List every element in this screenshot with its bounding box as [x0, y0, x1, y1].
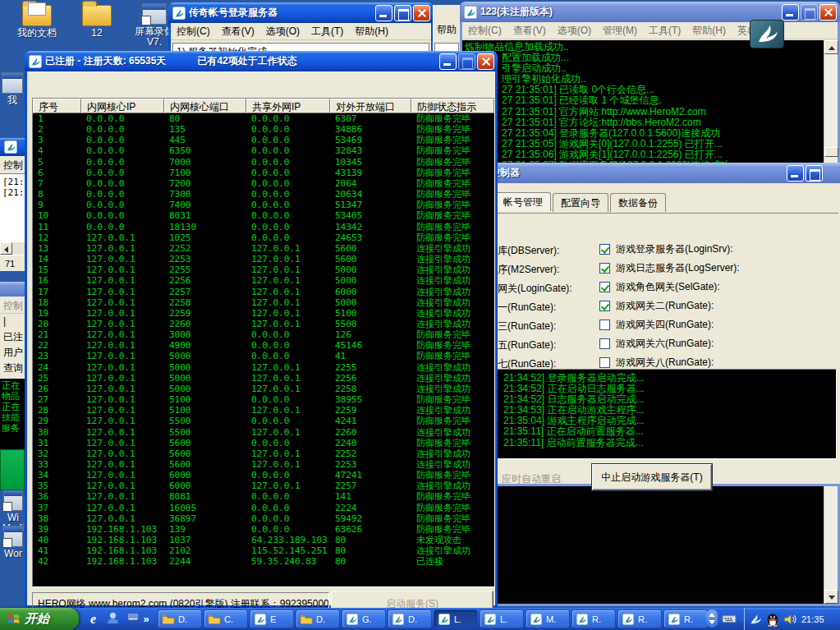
fragment-b-green-button[interactable] [0, 449, 25, 490]
desktop-icon-folder-12[interactable]: 12 [76, 5, 118, 39]
table-row[interactable]: 12127.0.0.110250.0.0.024653防御服务完毕 [33, 232, 494, 243]
table-row[interactable]: 22127.0.0.149000.0.0.045146防御服务完毕 [33, 340, 494, 351]
column-header[interactable]: 对外开放端口 [330, 99, 411, 113]
fragment-a-menubar[interactable]: 控制 [0, 156, 25, 173]
help-menu-item[interactable]: 帮助 [434, 5, 460, 37]
fragment-a-hscrollbar[interactable] [0, 242, 25, 255]
table-row[interactable]: 17127.0.0.12257127.0.0.16000连接引擎成功 [33, 287, 494, 297]
taskbar-button[interactable]: C. [204, 609, 248, 628]
menu-item[interactable]: 查看(V) [216, 23, 260, 40]
table-row[interactable]: 20127.0.0.12260127.0.0.15500连接引擎成功 [33, 319, 494, 329]
table-row[interactable]: 30127.0.0.15500127.0.0.12260连接引擎成功 [33, 427, 494, 438]
table-row[interactable]: 27127.0.0.151000.0.0.038955防御服务完毕 [33, 394, 494, 405]
taskbar-button[interactable]: R. [617, 609, 662, 628]
desktop-icon-my-computer-partial[interactable]: 我 [0, 72, 25, 106]
menu-item[interactable]: 选项(O) [552, 22, 597, 39]
fragment-a-titlebar[interactable] [0, 138, 25, 156]
menu-item[interactable]: 查询 [0, 361, 25, 376]
table-row[interactable]: 80.0.0.073000.0.0.020634防御服务完毕 [33, 189, 494, 200]
taskbar-button[interactable]: L. [434, 609, 478, 628]
column-header[interactable]: 内网核心端口 [164, 99, 246, 113]
taskbar-button[interactable]: M. [526, 609, 570, 628]
menu-item[interactable]: 帮助(H) [686, 22, 732, 39]
taskbar-button[interactable]: E [250, 609, 294, 628]
taskbar-button[interactable]: L. [480, 609, 524, 628]
swan-tray-icon[interactable] [748, 612, 763, 627]
close-button[interactable] [477, 53, 494, 70]
table-row[interactable]: 60.0.0.071000.0.0.043139防御服务完毕 [33, 168, 494, 178]
taskbar-button[interactable]: R. [571, 609, 616, 628]
menu-item[interactable]: 用户 [0, 345, 25, 361]
minimize-button[interactable] [375, 5, 392, 21]
menu-item[interactable]: 工具(T) [643, 22, 686, 39]
table-row[interactable]: 33127.0.0.15600127.0.0.12253连接引擎成功 [33, 459, 494, 470]
show-desktop-icon[interactable] [125, 611, 140, 627]
service-checkbox[interactable] [599, 263, 610, 274]
menu-item[interactable]: 管理(M) [597, 22, 643, 39]
close-button[interactable] [819, 4, 837, 21]
table-row[interactable]: 20.0.0.01350.0.0.034886防御服务完毕 [33, 124, 494, 135]
table-row[interactable]: 13127.0.0.12252127.0.0.15600连接引擎成功 [33, 243, 494, 254]
table-row[interactable]: 37127.0.0.1160050.0.0.02224防御服务完毕 [33, 503, 494, 513]
column-header[interactable]: 内网核心IP [81, 99, 164, 113]
table-row[interactable]: 110.0.0.0181300.0.0.014342防御服务完毕 [33, 222, 494, 232]
table-row[interactable]: 36127.0.0.180810.0.0.0141防御服务完毕 [33, 491, 494, 502]
minimize-button[interactable] [782, 4, 799, 21]
scrollbar-thumb[interactable] [824, 147, 838, 157]
maximize-button[interactable] [458, 53, 475, 70]
qq-tray-icon[interactable] [765, 612, 780, 627]
table-row[interactable]: 70.0.0.072000.0.0.02064防御服务完毕 [33, 178, 494, 189]
menu-item[interactable]: 工具(T) [305, 23, 349, 40]
keyboard-tray-icon[interactable] [721, 611, 737, 627]
scroll-down-button[interactable] [824, 590, 838, 604]
tab-3[interactable]: 数据备份 [610, 193, 666, 212]
menu-item[interactable]: 控制(C) [462, 22, 507, 39]
minimize-button[interactable] [787, 165, 804, 182]
fragment-b-menubar[interactable]: 控制 [0, 297, 25, 313]
table-row[interactable]: 90.0.0.074000.0.0.051347防御服务完毕 [33, 200, 494, 210]
table-row[interactable]: 30.0.0.04450.0.0.053469防御服务完毕 [33, 135, 494, 145]
taskbar-button[interactable]: D. [388, 609, 432, 628]
table-row[interactable]: 26127.0.0.15000127.0.0.12258连接引擎成功 [33, 384, 494, 394]
table-row[interactable]: 50.0.0.070000.0.0.010345防御服务完毕 [33, 157, 494, 168]
taskbar-button[interactable]: D. [158, 609, 202, 628]
table-row[interactable]: 21127.0.0.130000.0.0.0126防御服务完毕 [33, 329, 494, 340]
table-row[interactable]: 19127.0.0.12259127.0.0.15100连接引擎成功 [33, 308, 494, 319]
desktop-icon-word-partial[interactable]: Wor [0, 526, 26, 559]
close-button[interactable] [413, 5, 430, 21]
messenger-quicklaunch-icon[interactable] [105, 611, 121, 627]
service-checkbox[interactable] [599, 301, 610, 311]
table-row[interactable]: 15127.0.0.12255127.0.0.15000连接引擎成功 [33, 264, 494, 275]
service-checkbox[interactable] [599, 357, 610, 368]
table-row[interactable]: 40.0.0.063500.0.0.032843防御服务完毕 [33, 145, 494, 156]
menu-item[interactable]: 已注 [0, 329, 25, 345]
menu-item[interactable]: 查看(V) [507, 22, 552, 39]
start-button[interactable]: 开始 [0, 608, 79, 630]
maximize-button[interactable] [801, 4, 818, 21]
m2-titlebar[interactable]: 123(未注册版本) [460, 2, 840, 22]
legend-titlebar[interactable]: 传奇帐号登录服务器 [168, 2, 434, 23]
scroll-left-button[interactable] [0, 242, 12, 255]
table-row[interactable]: 35127.0.0.16000127.0.0.12257连接引擎成功 [33, 481, 494, 491]
table-row[interactable]: 38127.0.0.1368970.0.0.059492防御服务完毕 [33, 513, 494, 524]
table-row[interactable]: 23127.0.0.150000.0.0.041防御服务完毕 [33, 351, 494, 361]
service-checkbox[interactable] [599, 282, 610, 292]
table-row[interactable]: 24127.0.0.15000127.0.0.12255连接引擎成功 [33, 362, 494, 373]
service-checkbox[interactable] [599, 338, 610, 349]
column-header[interactable]: 共享外网IP [246, 99, 330, 113]
table-row[interactable]: 16127.0.0.12256127.0.0.15000连接引擎成功 [33, 275, 494, 286]
service-checkbox[interactable] [599, 244, 610, 255]
tab-1[interactable]: 帐号管理 [495, 192, 551, 211]
scroll-up-button[interactable] [824, 40, 838, 54]
taskbar-button[interactable]: G. [342, 609, 386, 628]
table-row[interactable]: 14127.0.0.12253127.0.0.15600连接引擎成功 [33, 254, 494, 264]
menu-item[interactable]: 控制(C) [171, 23, 216, 40]
desktop-icon-my-documents[interactable]: 我的文档 [10, 5, 64, 39]
table-row[interactable]: 40192.168.1.103103764.233.189.10380未发现攻击 [33, 535, 494, 545]
ie-quicklaunch-icon[interactable]: e [85, 611, 101, 627]
column-header[interactable]: 防御状态指示 [411, 99, 494, 113]
table-row[interactable]: 100.0.0.080310.0.0.053405防御服务完毕 [33, 210, 494, 221]
taskbar-button[interactable]: D. [296, 609, 340, 628]
menu-item[interactable]: 选项(O) [260, 23, 305, 40]
table-row[interactable]: 42192.168.1.103224459.35.240.8380已连接 [33, 556, 494, 567]
